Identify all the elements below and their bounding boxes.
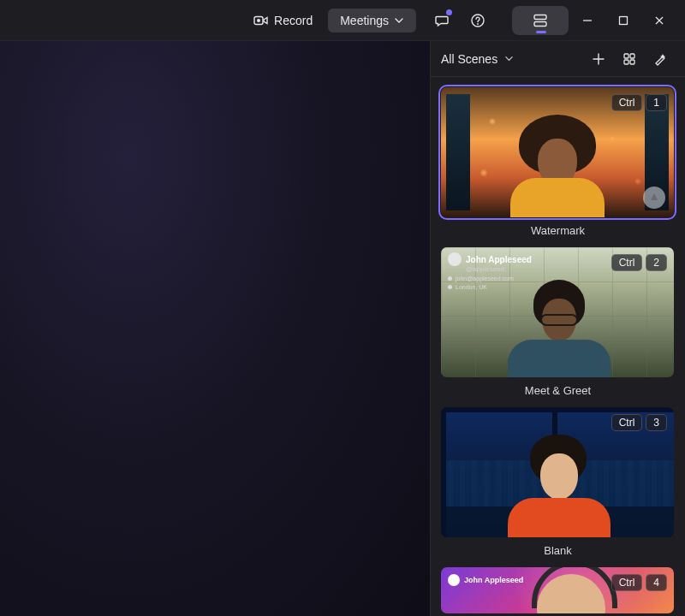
svg-point-3 [477,23,479,25]
scene-label: Blank [441,544,675,557]
scene-thumbnail-1[interactable]: Ctrl 1 [441,87,674,217]
shortcut-num: 2 [646,254,667,271]
scene-label: Watermark [441,224,675,237]
add-scene-button[interactable] [584,46,613,72]
avatar-icon [448,252,462,266]
sidebar-header: All Scenes [431,41,685,77]
shortcut-key: Ctrl [611,414,643,431]
svg-rect-6 [620,16,628,24]
scene-shortcut: Ctrl 3 [611,414,667,431]
svg-rect-9 [624,60,628,64]
window-minimize-button[interactable] [570,5,605,36]
watermark-badge-icon [643,187,665,209]
scene-item-2: John Appleseed @appleseed john@appleseed… [441,247,675,397]
scenes-sidebar: All Scenes [430,41,685,616]
scene-list[interactable]: Ctrl 1 Watermark John Appleseed @applese… [431,77,685,616]
scene-thumbnail-2[interactable]: John Appleseed @appleseed john@appleseed… [441,247,674,377]
scene-shortcut: Ctrl 4 [611,574,667,591]
plus-icon [592,52,605,66]
scene-style-button[interactable] [646,46,675,72]
avatar-icon [448,574,460,586]
active-indicator [536,31,546,33]
shortcut-num: 3 [646,414,667,431]
scene-shortcut: Ctrl 1 [611,94,667,111]
scene-thumbnail-3[interactable]: Ctrl 3 [441,407,674,537]
scene-item-1: Ctrl 1 Watermark [441,87,675,237]
record-button[interactable]: Record [245,8,321,33]
shortcut-num: 1 [646,94,667,111]
svg-point-1 [257,19,260,22]
minimize-icon [582,15,593,26]
chevron-down-icon [504,54,514,63]
overlay-name: John Appleseed [466,255,532,264]
overlay-location: London, UK [456,284,487,290]
scene-shortcut: Ctrl 2 [611,254,667,271]
titlebar: Record Meetings [0,0,685,41]
svg-rect-8 [630,54,634,58]
preview-canvas[interactable] [0,41,430,616]
help-icon [470,13,485,28]
meetings-label: Meetings [340,14,389,27]
shortcut-num: 4 [646,574,667,591]
record-icon [253,13,269,28]
window-maximize-button[interactable] [606,5,640,36]
scene-item-4: John Appleseed Ctrl 4 [441,567,675,613]
overlay-handle: @appleseed [466,265,568,273]
notification-dot [446,9,452,15]
scenes-dropdown[interactable]: All Scenes [441,52,514,66]
scene-grid-button[interactable] [615,46,644,72]
magic-pen-icon [653,52,667,66]
panel-layout-icon [532,14,549,27]
shortcut-key: Ctrl [611,94,643,111]
svg-rect-5 [534,21,546,26]
window-close-button[interactable] [642,5,676,36]
svg-rect-10 [630,60,634,64]
close-icon [654,15,664,26]
shortcut-key: Ctrl [611,574,643,591]
shortcut-key: Ctrl [611,254,643,271]
scene-label: Meet & Greet [441,384,675,397]
svg-rect-4 [534,15,546,19]
scenes-dropdown-label: All Scenes [441,52,497,66]
help-button[interactable] [461,5,495,36]
panel-toggle-button[interactable] [512,6,569,35]
meetings-dropdown[interactable]: Meetings [328,9,416,33]
scene-item-3: Ctrl 3 Blank [441,407,675,557]
record-label: Record [274,14,313,27]
chat-button[interactable] [425,5,459,36]
maximize-icon [618,15,628,26]
scene-thumbnail-4[interactable]: John Appleseed Ctrl 4 [441,567,674,613]
grid-icon [622,52,636,66]
chevron-down-icon [394,15,404,26]
svg-rect-7 [624,54,628,58]
